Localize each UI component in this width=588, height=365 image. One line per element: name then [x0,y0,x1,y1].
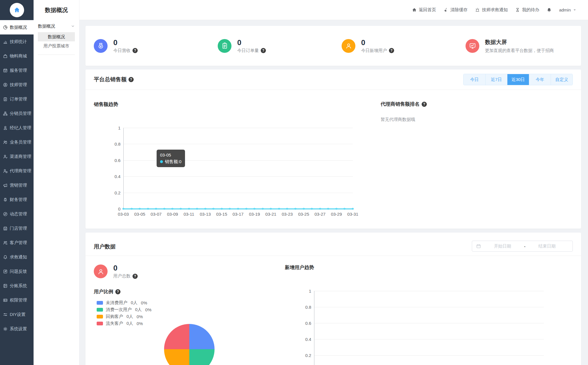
end-date-placeholder: 结束日期 [525,244,568,249]
sidebar-item[interactable]: 代理商管理 [0,164,34,178]
stat-block: 0 今日营收 ? [85,38,209,53]
stat-value: 0 [361,38,394,47]
sidebar-item[interactable]: 技师统计 [0,34,34,49]
stat-value: 0 [113,38,138,47]
stat-block: 0 今日订单量 ? [209,38,333,53]
sidebar-item[interactable]: DIY设置 [0,307,34,322]
submenu-group-header[interactable]: 数据概况 [34,20,79,32]
sidebar-item[interactable]: 物料商城 [0,49,34,63]
help-icon[interactable]: ? [133,48,138,53]
logo-circle [10,3,24,17]
pie-legend: 未消费用户 0人 0% 消费一次用户 0人 0% 回购客户 0人 0% 流失客户… [97,301,151,325]
sales-line-chart: 03-05 销售额 : 0 00.20.40.60.8103-0303-0503… [123,128,353,209]
sidebar-item[interactable]: 动态管理 [0,207,34,221]
sidebar-item[interactable]: 客户管理 [0,235,34,250]
sidebar-item[interactable]: 服务管理 [0,63,34,78]
header-nav-item[interactable]: 技师求救通知 [475,7,508,13]
date-range-tab[interactable]: 近30日 [507,74,529,85]
sidebar-item[interactable]: 经纪人管理 [0,121,34,135]
legend-item[interactable]: 流失客户 0人 0% [97,321,151,325]
sidebar-item[interactable]: 业务员管理 [0,135,34,149]
legend-item[interactable]: 未消费用户 0人 0% [97,301,151,305]
clipboard-stat-icon [221,42,229,50]
sidebar-item-label: 分账系统 [10,283,27,289]
sidebar-item[interactable]: 营销管理 [0,178,34,192]
caret-down-icon [573,8,577,12]
date-range-tab[interactable]: 自定义 [551,74,573,85]
chevron-down-icon [71,24,75,28]
ledger-icon [3,283,8,288]
help-icon[interactable]: ? [133,274,138,279]
sidebar-item-label: 财务管理 [10,197,27,202]
data-bigscreen-link[interactable]: 数据大屏 更加直观的查看平台数据，便于招商 [457,38,581,53]
sidebar-item[interactable]: 权限管理 [0,293,34,307]
sidebar-item[interactable]: 技师管理 [0,78,34,92]
date-range-tab[interactable]: 今日 [464,74,485,85]
sidebar-item-label: 动态管理 [10,211,27,217]
sales-section-title: 平台总销售额 ? [94,76,134,83]
sidebar-item[interactable]: 分销员管理 [0,106,34,121]
header-nav-label: 清除缓存 [450,7,468,13]
legend-label: 流失客户 [106,321,123,326]
id-card-icon [3,298,8,303]
stat-icon-circle [218,39,231,53]
sliders-icon [3,312,8,317]
legend-item[interactable]: 回购客户 0人 0% [97,314,151,318]
sidebar-item[interactable]: 渠道商管理 [0,149,34,164]
sidebar-item-label: 物料商城 [10,53,27,59]
stat-value: 0 [237,38,266,47]
tooltip-series-label: 销售额 [165,158,178,165]
users-section-title: 用户数据 [94,243,116,250]
people-group-icon [3,240,8,245]
help-icon[interactable]: ? [422,102,427,107]
sidebar-item[interactable]: 系统设置 [0,322,34,336]
monitor-chart-icon [469,42,476,50]
storefront-icon [3,226,8,231]
user-menu[interactable]: admin [559,7,577,12]
notifications-button[interactable] [547,7,552,12]
legend-item[interactable]: 消费一次用户 0人 0% [97,308,151,312]
sidebar-item[interactable]: 订单管理 [0,92,34,106]
legend-percent: 0% [145,307,151,312]
page-title: 数据概况 [34,0,79,20]
header-nav-item[interactable]: 清除缓存 [443,7,468,13]
help-icon[interactable]: ? [115,289,120,294]
sidebar-item[interactable]: 分账系统 [0,279,34,293]
submenu-list: 数据概况 用户投票城市 [34,32,79,51]
user-total-value: 0 [113,264,138,272]
help-icon[interactable]: ? [261,48,266,53]
sales-trend-title: 销售额趋势 [94,101,118,108]
sidebar-item[interactable]: 门店管理 [0,221,34,235]
date-range-tab[interactable]: 今年 [529,74,551,85]
org-tree-icon [3,111,8,116]
app-logo[interactable] [0,0,34,20]
sidebar-item[interactable]: 求救通知 [0,250,34,264]
sidebar-item-label: 技师管理 [10,82,27,88]
agent-ranking-empty: 暂无代理商数据哦 [381,117,415,122]
sidebar-item[interactable]: 财务管理 [0,192,34,207]
sidebar-item-label: 订单管理 [10,96,27,102]
submenu-item[interactable]: 用户投票城市 [38,41,75,51]
person-badge-icon [3,125,8,130]
header-nav-item[interactable]: 我的待办 [515,7,539,13]
legend-count: 0人 [126,321,133,326]
header-nav-item[interactable]: 返回首页 [412,7,436,13]
sidebar-item-label: 经纪人管理 [10,125,31,131]
divider [38,55,75,55]
agent-ranking-title: 代理商销售额排名 ? [381,101,427,107]
help-icon[interactable]: ? [389,48,394,53]
top-header: 返回首页 清除缓存 技师求救通知 我的待办 admin [79,0,588,20]
calendar-check-icon [3,68,8,73]
date-range-tab[interactable]: 近7日 [485,74,507,85]
submenu-item[interactable]: 数据概况 [38,32,75,41]
date-range-picker[interactable]: 开始日期 - 结束日期 [472,241,573,252]
sidebar-item[interactable]: 数据概况 [0,20,34,34]
sidebar-item[interactable]: 问题反馈 [0,264,34,279]
sidebar-nav: 数据概况 技师统计 物料商城 服务管理 技师管理 订单管理 分销员管理 经纪人管… [0,20,34,336]
sidebar-item-label: 问题反馈 [10,269,27,274]
help-icon[interactable]: ? [128,77,134,82]
person-check-icon [3,154,8,159]
user-icon [97,268,105,275]
chart-tooltip: 03-05 销售额 : 0 [157,150,185,167]
clipboard-icon [3,97,8,102]
